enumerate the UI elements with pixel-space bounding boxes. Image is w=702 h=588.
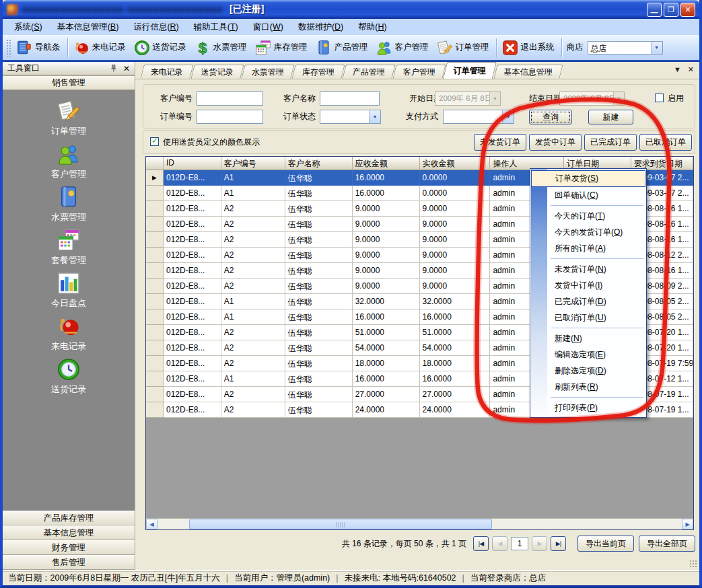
customer-no-input[interactable]: [197, 91, 263, 106]
tab-close-icon[interactable]: ✕: [688, 65, 694, 74]
start-date-picker[interactable]: 2009年 6月 8日 ▼: [435, 91, 501, 106]
tab-2[interactable]: 水票管理: [241, 65, 294, 79]
shop-combobox[interactable]: 总店▼: [588, 41, 663, 54]
sidebar-section-sales[interactable]: 销售管理: [3, 75, 135, 90]
scrollbar-track[interactable]: [157, 519, 682, 529]
chevron-down-icon[interactable]: ▼: [369, 110, 380, 123]
menubar-item-0[interactable]: 系统(S): [7, 20, 50, 35]
table-header-2[interactable]: 客户名称: [285, 157, 353, 170]
tab-5[interactable]: 客户管理: [392, 65, 446, 79]
context-menu-item-7[interactable]: 未发货订单(N): [530, 261, 646, 277]
enable-date-checkbox[interactable]: [655, 94, 664, 102]
row-selector-cell[interactable]: [146, 340, 164, 356]
tab-6[interactable]: 订单管理: [443, 62, 497, 79]
sidebar-item-bell[interactable]: 来电记录: [51, 314, 86, 351]
sidebar-item-chart[interactable]: 今日盘点: [51, 270, 86, 308]
sidebar-section-2[interactable]: 财务管理: [3, 540, 135, 555]
row-selector-cell[interactable]: [146, 402, 164, 418]
chevron-down-icon[interactable]: ▼: [489, 92, 500, 105]
chevron-down-icon[interactable]: ▼: [651, 42, 662, 54]
context-menu-item-15[interactable]: 刷新列表(R): [530, 379, 646, 395]
toolbar-grip[interactable]: [6, 39, 11, 57]
sidebar-item-clock[interactable]: 送货记录: [51, 357, 86, 394]
next-page-button[interactable]: ▶: [532, 536, 547, 551]
row-selector-cell[interactable]: [146, 387, 164, 402]
export-current-page-button[interactable]: 导出当前页: [577, 536, 634, 552]
menubar-item-2[interactable]: 运行信息(R): [126, 20, 186, 35]
table-header-4[interactable]: 实收金额: [420, 157, 491, 170]
row-selector-cell[interactable]: [146, 186, 164, 201]
close-button[interactable]: ✕: [680, 3, 695, 17]
row-selector-cell[interactable]: [146, 371, 164, 387]
query-button[interactable]: 查询: [529, 110, 572, 124]
chevron-down-icon[interactable]: ▼: [502, 110, 514, 123]
status-filter-button-1[interactable]: 发货中订单: [529, 134, 582, 151]
status-filter-button-2[interactable]: 已完成订单: [584, 134, 637, 151]
pay-method-select[interactable]: ▼: [443, 110, 514, 124]
export-all-pages-button[interactable]: 导出全部页: [639, 536, 695, 552]
order-status-select[interactable]: ▼: [320, 110, 381, 124]
first-page-button[interactable]: |◀: [473, 536, 489, 551]
sidebar-section-3[interactable]: 售后管理: [3, 555, 135, 570]
row-selector-cell[interactable]: [146, 294, 164, 309]
sidebar-section-1[interactable]: 基本信息管理: [3, 525, 135, 540]
row-selector-cell[interactable]: [146, 263, 164, 279]
customer-name-input[interactable]: [320, 91, 380, 106]
chevron-down-icon[interactable]: ▼: [613, 92, 624, 105]
context-menu-item-14[interactable]: 删除选定项(D): [530, 363, 646, 379]
context-menu-item-10[interactable]: 已取消订单(U): [530, 309, 646, 326]
toolbar-button-bluebook[interactable]: 产品管理: [312, 37, 373, 59]
toolbar-button-people[interactable]: 客户管理: [373, 37, 433, 59]
toolbar-button-clock[interactable]: 送货记录: [131, 37, 191, 59]
context-menu-item-12[interactable]: 新建(N): [530, 330, 646, 346]
toolbar-button-grid[interactable]: 库存管理: [252, 37, 312, 59]
toolbar-button-book[interactable]: 导航条: [13, 37, 65, 59]
table-header-3[interactable]: 应收金额: [353, 157, 420, 170]
menubar-item-4[interactable]: 窗口(W): [246, 20, 291, 35]
toolbar-button-scroll[interactable]: 订单管理: [433, 37, 494, 59]
sidebar-item-scroll[interactable]: 订单管理: [51, 98, 86, 136]
order-no-input[interactable]: [197, 110, 263, 124]
horizontal-scrollbar[interactable]: ◀ ▶: [146, 518, 693, 529]
menubar-item-5[interactable]: 数据维护(D): [291, 20, 351, 35]
scrollbar-thumb[interactable]: [189, 519, 492, 529]
tab-4[interactable]: 产品管理: [342, 65, 395, 79]
menubar-item-3[interactable]: 辅助工具(T): [186, 20, 246, 35]
end-date-picker[interactable]: 2009年 6月 8日 ▼: [559, 91, 625, 106]
context-menu-item-1[interactable]: 回单确认(C): [530, 187, 646, 203]
last-page-button[interactable]: ▶|: [551, 536, 566, 551]
context-menu-item-13[interactable]: 编辑选定项(E): [530, 346, 646, 363]
row-selector-cell[interactable]: [146, 232, 164, 248]
row-selector-cell[interactable]: [146, 217, 164, 232]
new-button[interactable]: 新建: [588, 110, 633, 124]
menubar-item-1[interactable]: 基本信息管理(B): [50, 20, 127, 35]
row-selector-cell[interactable]: [146, 248, 164, 263]
sidebar-item-people[interactable]: 客户管理: [51, 141, 86, 179]
context-menu-item-8[interactable]: 发货中订单(I): [530, 277, 646, 293]
page-number-input[interactable]: [511, 537, 528, 550]
sidebar-item-grid[interactable]: 套餐管理: [51, 227, 86, 265]
resize-grip[interactable]: [689, 560, 697, 568]
context-menu-item-4[interactable]: 今天的发货订单(O): [530, 224, 646, 240]
tab-7[interactable]: 基本信息管理: [493, 65, 563, 79]
pin-icon[interactable]: [108, 63, 118, 73]
context-menu-item-0[interactable]: 订单发货(S): [531, 170, 645, 187]
context-menu-item-9[interactable]: 已完成订单(D): [530, 293, 646, 309]
sidebar-section-0[interactable]: 产品库存管理: [3, 511, 135, 525]
scroll-left-icon[interactable]: ◀: [146, 519, 157, 529]
tool-window-close-icon[interactable]: ✕: [121, 64, 132, 73]
row-selector-cell[interactable]: [146, 325, 164, 340]
scroll-right-icon[interactable]: ▶: [682, 519, 693, 529]
row-selector-cell[interactable]: ▶: [146, 170, 164, 186]
context-menu-item-17[interactable]: 打印列表(P): [530, 400, 646, 416]
row-selector-cell[interactable]: [146, 309, 164, 325]
tab-scroll-down-icon[interactable]: ▼: [674, 65, 681, 74]
menubar-item-6[interactable]: 帮助(H): [351, 20, 394, 35]
status-filter-button-3[interactable]: 已取消订单: [639, 134, 692, 151]
color-display-checkbox[interactable]: [150, 137, 159, 146]
minimize-button[interactable]: —: [647, 3, 662, 17]
prev-page-button[interactable]: ◀: [492, 536, 507, 551]
table-header-0[interactable]: ID: [164, 157, 221, 170]
context-menu-item-5[interactable]: 所有的订单(A): [530, 240, 646, 256]
context-menu-item-3[interactable]: 今天的订单(T): [530, 208, 646, 224]
